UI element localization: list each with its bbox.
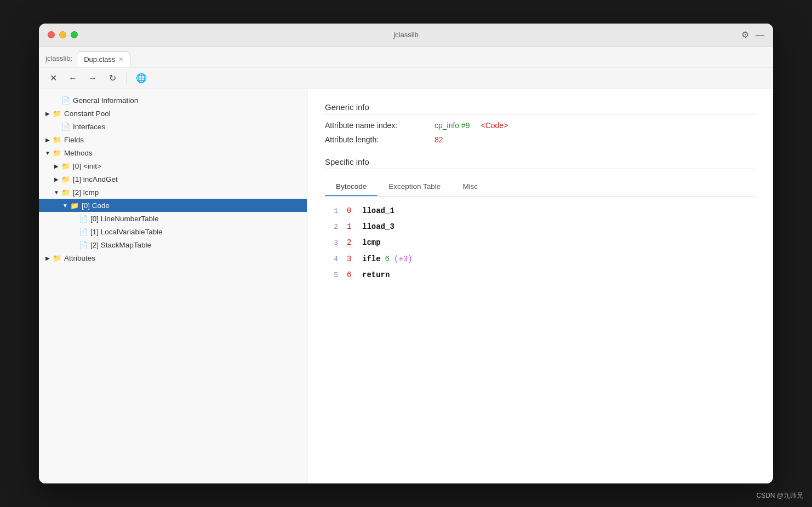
- label-stackmaptable: [2] StackMapTable: [90, 241, 151, 249]
- sidebar-item-interfaces[interactable]: Interfaces: [39, 120, 307, 133]
- attr-length-label: Attribute length:: [325, 135, 434, 144]
- folder-icon-lcmp: [61, 187, 71, 197]
- specific-info-section: Specific info Bytecode Exception Table M…: [325, 157, 756, 290]
- specific-info-header: Specific info: [325, 157, 756, 169]
- sidebar-item-method-init[interactable]: ▶ [0] <init>: [39, 159, 307, 172]
- tab-bytecode[interactable]: Bytecode: [325, 178, 378, 196]
- offset-1: 0: [347, 204, 358, 218]
- label-constant-pool: Constant Pool: [64, 110, 111, 118]
- instruction-3: lcmp: [362, 236, 381, 250]
- line-num-2: 2: [325, 221, 338, 233]
- arrow-fields: ▶: [43, 137, 52, 143]
- file-icon-general-info: [61, 95, 71, 105]
- offset-3: 2: [347, 236, 358, 250]
- label-general-info: General Information: [73, 96, 138, 105]
- line-num-5: 5: [325, 269, 338, 281]
- jump-target-4[interactable]: 6: [385, 252, 390, 266]
- bytecode-line-3: 3 2 lcmp: [325, 235, 756, 251]
- toolbar: ✕ ← → ↻ 🌐: [39, 67, 773, 89]
- folder-icon-attributes: [52, 253, 62, 263]
- settings-icon[interactable]: ⚙: [741, 30, 749, 40]
- instruction-5: return: [362, 268, 390, 282]
- sidebar-item-attributes[interactable]: ▶ Attributes: [39, 251, 307, 264]
- jump-offset-4: (+3): [394, 252, 413, 266]
- globe-icon: 🌐: [136, 73, 147, 83]
- label-method-init: [0] <init>: [73, 162, 101, 170]
- folder-icon-fields: [52, 135, 62, 145]
- label-linenumbertable: [0] LineNumberTable: [90, 215, 159, 223]
- generic-info-header: Generic info: [325, 102, 756, 114]
- label-incandget: [1] incAndGet: [73, 175, 118, 183]
- label-fields: Fields: [64, 136, 84, 144]
- folder-icon-methods: [52, 148, 62, 158]
- bytecode-content: 1 0 lload_1 2 1 lload_3 3 2 lcmp: [325, 197, 756, 290]
- close-icon: ✕: [50, 73, 57, 83]
- close-button[interactable]: [48, 31, 55, 38]
- arrow-methods: ▼: [43, 150, 52, 156]
- back-button[interactable]: ←: [65, 71, 81, 86]
- label-interfaces: Interfaces: [73, 123, 105, 131]
- sidebar-item-incandget[interactable]: ▶ [1] incAndGet: [39, 172, 307, 186]
- arrow-attributes: ▶: [43, 255, 52, 261]
- attr-name-index-value-green[interactable]: cp_info #9: [434, 121, 470, 130]
- content-panel: Generic info Attribute name index: cp_in…: [307, 89, 773, 483]
- minimize-button[interactable]: [59, 31, 66, 38]
- tab-dup-class[interactable]: Dup.class ✕: [77, 51, 130, 67]
- main-area: General Information ▶ Constant Pool Inte…: [39, 89, 773, 483]
- arrow-constant-pool: ▶: [43, 111, 52, 117]
- label-attributes: Attributes: [64, 254, 95, 262]
- window-minimize-icon[interactable]: —: [756, 30, 764, 40]
- bytecode-line-2: 2 1 lload_3: [325, 219, 756, 235]
- sidebar-item-linenumbertable[interactable]: [0] LineNumberTable: [39, 212, 307, 225]
- tab-exception-table[interactable]: Exception Table: [378, 178, 451, 196]
- sidebar-item-methods[interactable]: ▼ Methods: [39, 146, 307, 159]
- folder-icon-method-init: [61, 161, 71, 171]
- arrow-code: ▼: [61, 203, 70, 209]
- sidebar-item-general-info[interactable]: General Information: [39, 94, 307, 107]
- forward-icon: →: [88, 73, 97, 83]
- arrow-lcmp: ▼: [52, 189, 61, 195]
- sidebar-item-lcmp[interactable]: ▼ [2] lcmp: [39, 186, 307, 199]
- tab-label: Dup.class: [84, 55, 115, 64]
- back-icon: ←: [68, 73, 77, 83]
- sidebar-item-stackmaptable[interactable]: [2] StackMapTable: [39, 238, 307, 251]
- sidebar-item-constant-pool[interactable]: ▶ Constant Pool: [39, 107, 307, 120]
- offset-5: 6: [347, 268, 358, 282]
- refresh-icon: ↻: [109, 73, 116, 83]
- file-icon-interfaces: [61, 122, 71, 131]
- window-title: jclasslib: [393, 31, 419, 39]
- label-code: [0] Code: [82, 201, 110, 210]
- sidebar-item-localvariabletable[interactable]: [1] LocalVariableTable: [39, 225, 307, 238]
- offset-4: 3: [347, 252, 358, 266]
- refresh-button[interactable]: ↻: [105, 71, 120, 86]
- label-localvariabletable: [1] LocalVariableTable: [90, 228, 163, 236]
- attr-name-index-value-red: <Code>: [481, 121, 508, 130]
- tab-misc[interactable]: Misc: [451, 178, 489, 196]
- instruction-1: lload_1: [362, 204, 394, 218]
- toolbar-separator: [127, 73, 127, 84]
- attr-name-index-row: Attribute name index: cp_info #9 <Code>: [325, 121, 756, 130]
- close-toolbar-button[interactable]: ✕: [45, 71, 61, 86]
- offset-2: 1: [347, 220, 358, 234]
- folder-icon-incandget: [61, 174, 71, 184]
- globe-button[interactable]: 🌐: [134, 71, 149, 86]
- tab-close-icon[interactable]: ✕: [118, 56, 123, 63]
- forward-button[interactable]: →: [85, 71, 100, 86]
- sidebar-item-fields[interactable]: ▶ Fields: [39, 133, 307, 146]
- sidebar-item-code[interactable]: ▼ [0] Code: [39, 199, 307, 212]
- file-icon-linenumbertable: [78, 214, 88, 223]
- bytecode-tabs: Bytecode Exception Table Misc: [325, 178, 756, 197]
- window-controls-right: ⚙ —: [741, 30, 764, 40]
- label-methods: Methods: [64, 149, 93, 157]
- maximize-button[interactable]: [71, 31, 78, 38]
- main-window: jclasslib ⚙ — jclasslib: Dup.class ✕ ✕ ←…: [39, 24, 773, 483]
- attr-length-row: Attribute length: 82: [325, 135, 756, 144]
- label-lcmp: [2] lcmp: [73, 188, 99, 197]
- title-bar: jclasslib ⚙ —: [39, 24, 773, 47]
- traffic-lights: [48, 31, 78, 38]
- folder-icon-code: [70, 200, 79, 210]
- line-num-4: 4: [325, 253, 338, 266]
- arrow-incandget: ▶: [52, 176, 61, 182]
- bytecode-line-5: 5 6 return: [325, 267, 756, 283]
- line-num-3: 3: [325, 237, 338, 249]
